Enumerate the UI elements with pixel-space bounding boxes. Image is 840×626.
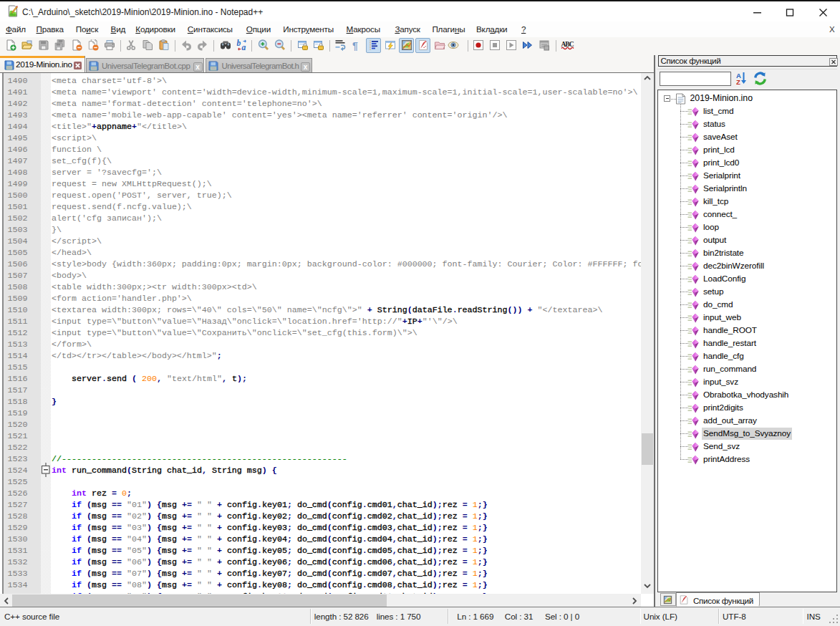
svg-text:¶: ¶ <box>352 40 358 52</box>
svg-text:a: a <box>241 43 246 51</box>
svg-text:ABC: ABC <box>561 41 574 48</box>
svg-text:b: b <box>236 39 241 47</box>
svg-text:Z: Z <box>736 78 740 86</box>
